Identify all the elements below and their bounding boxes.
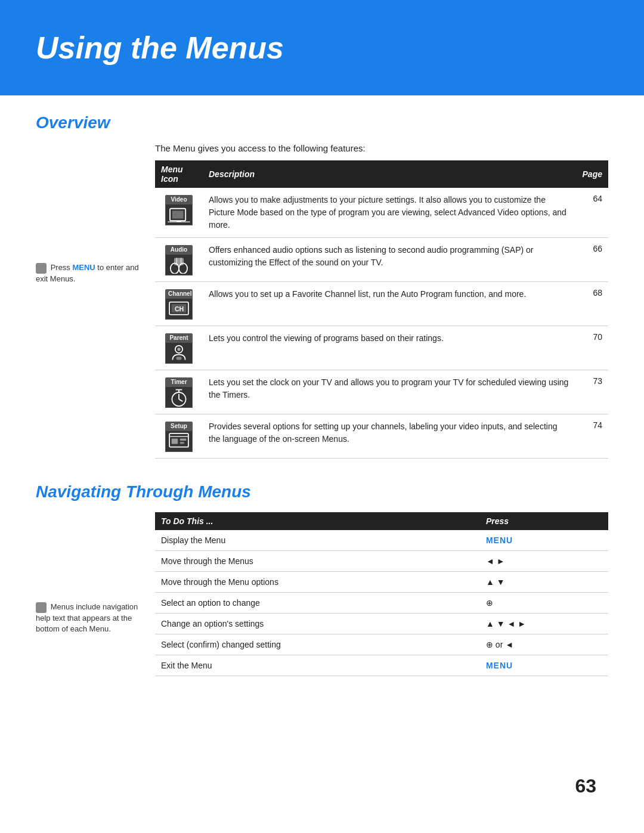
page-title: Using the Menus bbox=[36, 30, 284, 66]
desc-cell: Provides several options for setting up … bbox=[203, 414, 577, 459]
nav-table: To Do This ... Press Display the MenuMEN… bbox=[155, 512, 608, 676]
icon-label: Audio bbox=[165, 245, 193, 254]
col-press: Press bbox=[480, 512, 608, 530]
nav-action-cell: Move through the Menu options bbox=[155, 572, 480, 593]
nav-table-header-row: To Do This ... Press bbox=[155, 512, 608, 530]
icon-label: Setup bbox=[165, 422, 193, 431]
table-header-row: Menu Icon Description Page bbox=[155, 160, 608, 188]
nav-side-note-text: Menus include navigation help text that … bbox=[36, 602, 138, 633]
overview-section: Press MENU to enter and exit Menus. The … bbox=[36, 143, 608, 459]
page-number: 63 bbox=[575, 775, 596, 797]
nav-side-note: Menus include navigation help text that … bbox=[36, 512, 155, 676]
menu-label-note: MENU bbox=[72, 263, 95, 272]
icon-label: Parent bbox=[165, 333, 193, 342]
nav-action-cell: Exit the Menu bbox=[155, 655, 480, 676]
section-title-overview: Overview bbox=[36, 113, 608, 132]
nav-press-cell: ▲ ▼ ◄ ► bbox=[480, 614, 608, 634]
desc-cell: Allows you to make adjustments to your p… bbox=[203, 188, 577, 238]
nav-table-row: Exit the MenuMENU bbox=[155, 655, 608, 676]
col-page: Page bbox=[577, 160, 608, 188]
svg-rect-3 bbox=[177, 221, 181, 222]
nav-action-cell: Display the Menu bbox=[155, 530, 480, 551]
menu-press-label: MENU bbox=[486, 661, 513, 670]
svg-rect-6 bbox=[174, 258, 184, 265]
remote-icon bbox=[36, 263, 47, 274]
table-row: Parent Lets you control the viewing of p… bbox=[155, 326, 608, 370]
menu-icon-cell: Channel CH bbox=[155, 282, 203, 326]
section-title-nav: Navigating Through Menus bbox=[36, 482, 608, 501]
svg-point-13 bbox=[177, 348, 180, 351]
overview-side-note: Press MENU to enter and exit Menus. bbox=[36, 143, 155, 459]
nav-press-cell: ⊕ or ◄ bbox=[480, 634, 608, 655]
nav-section: Menus include navigation help text that … bbox=[36, 512, 608, 676]
svg-line-17 bbox=[179, 400, 182, 402]
timer-icon bbox=[165, 386, 193, 408]
parent-icon bbox=[165, 342, 193, 364]
nav-press-cell: ◄ ► bbox=[480, 551, 608, 572]
menu-icon-cell: Video bbox=[155, 188, 203, 238]
icon-label: Timer bbox=[165, 377, 193, 386]
desc-cell: Offers enhanced audio options such as li… bbox=[203, 238, 577, 282]
svg-text:CH: CH bbox=[175, 305, 184, 312]
nav-action-cell: Change an option's settings bbox=[155, 614, 480, 634]
menu-press-label: MENU bbox=[486, 535, 513, 545]
desc-cell: Allows you to set up a Favorite Channel … bbox=[203, 282, 577, 326]
page-cell: 66 bbox=[577, 238, 608, 282]
setup-icon bbox=[165, 431, 193, 452]
svg-rect-22 bbox=[172, 439, 178, 444]
menu-icon-cell: Audio bbox=[155, 238, 203, 282]
nav-table-row: Move through the Menus◄ ► bbox=[155, 551, 608, 572]
nav-table-row: Select (confirm) changed setting⊕ or ◄ bbox=[155, 634, 608, 655]
icon-label: Video bbox=[165, 195, 193, 204]
page-cell: 70 bbox=[577, 326, 608, 370]
table-row: Timer Lets you set the clock on your TV … bbox=[155, 370, 608, 414]
desc-cell: Lets you control the viewing of programs… bbox=[203, 326, 577, 370]
nav-table-row: Display the MenuMENU bbox=[155, 530, 608, 551]
nav-content: To Do This ... Press Display the MenuMEN… bbox=[155, 512, 608, 676]
nav-press-cell: MENU bbox=[480, 530, 608, 551]
col-description: Description bbox=[203, 160, 577, 188]
nav-action-cell: Select (confirm) changed setting bbox=[155, 634, 480, 655]
nav-press-cell: ⊕ bbox=[480, 593, 608, 614]
overview-content: The Menu gives you access to the followi… bbox=[155, 143, 608, 459]
nav-table-row: Move through the Menu options▲ ▼ bbox=[155, 572, 608, 593]
menu-icon-cell: Setup bbox=[155, 414, 203, 459]
page-body: Overview Press MENU to enter and exit Me… bbox=[0, 113, 644, 700]
menu-table: Menu Icon Description Page Video Allows … bbox=[155, 160, 608, 459]
overview-intro: The Menu gives you access to the followi… bbox=[155, 143, 608, 153]
channel-icon: CH bbox=[165, 298, 193, 320]
table-row: Audio Offers enhanced audio options such… bbox=[155, 238, 608, 282]
nav-table-row: Change an option's settings▲ ▼ ◄ ► bbox=[155, 614, 608, 634]
table-row: Setup Provides several options for setti… bbox=[155, 414, 608, 459]
page-header: Using the Menus bbox=[0, 0, 644, 95]
nav-press-cell: MENU bbox=[480, 655, 608, 676]
col-menu-icon: Menu Icon bbox=[155, 160, 203, 188]
col-to-do: To Do This ... bbox=[155, 512, 480, 530]
page-cell: 68 bbox=[577, 282, 608, 326]
svg-rect-24 bbox=[180, 442, 184, 444]
page-cell: 73 bbox=[577, 370, 608, 414]
desc-cell: Lets you set the clock on your TV and al… bbox=[203, 370, 577, 414]
nav-press-cell: ▲ ▼ bbox=[480, 572, 608, 593]
table-row: Channel CH Allows you to set up a Favori… bbox=[155, 282, 608, 326]
menu-icon-cell: Timer bbox=[155, 370, 203, 414]
menu-icon-cell: Parent bbox=[155, 326, 203, 370]
nav-table-row: Select an option to change⊕ bbox=[155, 593, 608, 614]
svg-rect-1 bbox=[172, 210, 184, 218]
page-cell: 74 bbox=[577, 414, 608, 459]
remote-icon-nav bbox=[36, 602, 47, 613]
video-icon bbox=[165, 204, 193, 225]
nav-action-cell: Select an option to change bbox=[155, 593, 480, 614]
svg-rect-14 bbox=[177, 357, 182, 360]
page-cell: 64 bbox=[577, 188, 608, 238]
nav-action-cell: Move through the Menus bbox=[155, 551, 480, 572]
icon-label: Channel bbox=[165, 289, 193, 298]
audio-icon bbox=[165, 254, 193, 275]
svg-rect-23 bbox=[180, 439, 187, 441]
table-row: Video Allows you to make adjustments to … bbox=[155, 188, 608, 238]
